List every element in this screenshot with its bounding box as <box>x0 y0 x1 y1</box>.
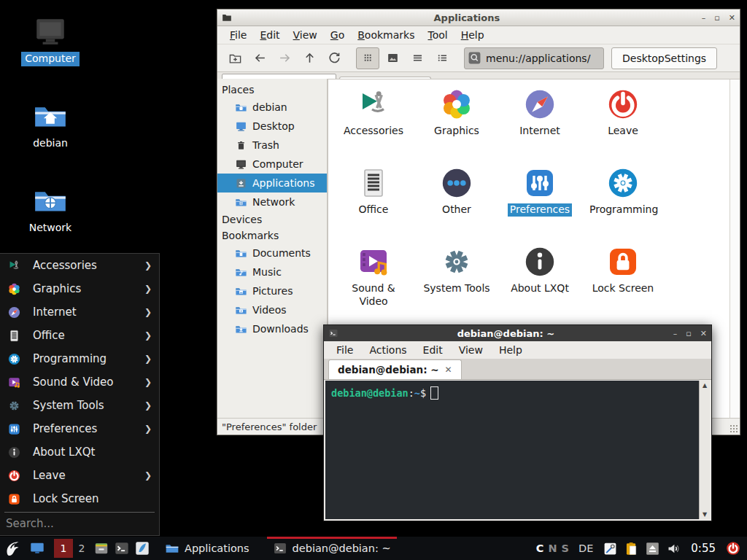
fm-menu-edit[interactable]: Edit <box>255 28 285 42</box>
start-menu-item-sound-video[interactable]: Sound & Video❯ <box>0 370 159 394</box>
icon-view-button[interactable] <box>356 47 379 69</box>
tray-clipboard-icon[interactable] <box>624 541 639 556</box>
start-menu-item-leave[interactable]: Leave❯ <box>0 464 159 487</box>
terminal-screen[interactable]: debian@debian:~$ ▲▼ <box>325 381 710 519</box>
fm-menu-bookmarks[interactable]: Bookmarks <box>352 28 419 42</box>
start-menu-item-about-lxqt[interactable]: About LXQt <box>0 440 159 464</box>
detailed-view-button[interactable] <box>430 47 454 69</box>
start-menu-item-label: Leave <box>33 469 66 482</box>
app-icon-sound-video[interactable]: Sound & Video <box>332 244 415 323</box>
desktop-settings-button[interactable]: DesktopSettings <box>611 47 717 69</box>
internet-icon <box>522 87 557 122</box>
start-menu-item-graphics[interactable]: Graphics❯ <box>0 277 159 300</box>
app-icon-system-tools[interactable]: System Tools <box>415 244 498 323</box>
terminal-scrollbar[interactable]: ▲▼ <box>699 381 710 519</box>
system-tray: CNS DE 0:55 <box>536 540 747 556</box>
terminal-menu-view[interactable]: View <box>454 343 488 357</box>
sidebar-item-videos[interactable]: Videos <box>217 300 327 319</box>
desktop-icon-debian[interactable]: debian <box>19 98 82 151</box>
sound-video-icon <box>356 244 391 279</box>
app-icon-about-lxqt[interactable]: About LXQt <box>498 244 581 323</box>
back-button[interactable] <box>248 47 271 69</box>
close-button[interactable]: ✕ <box>729 13 735 23</box>
tray-speaker-icon[interactable] <box>666 541 681 556</box>
start-menu-item-lock-screen[interactable]: Lock Screen <box>0 487 159 510</box>
start-menu-item-preferences[interactable]: Preferences❯ <box>0 417 159 440</box>
path-bar[interactable]: menu://applications/ <box>464 47 604 69</box>
task-button-debian-debian[interactable]: debian@debian: ~ <box>267 537 397 560</box>
workspace-1[interactable]: 1 <box>54 539 73 558</box>
start-menu-item-internet[interactable]: Internet❯ <box>0 300 159 324</box>
scroll-down-icon[interactable]: ▼ <box>703 511 707 518</box>
start-menu-item-programming[interactable]: Programming❯ <box>0 347 159 370</box>
app-icon-label: Office <box>357 203 391 217</box>
sidebar-item-trash[interactable]: Trash <box>217 136 327 155</box>
fm-vertical-scrollbar[interactable] <box>729 79 740 418</box>
start-menu-item-office[interactable]: Office❯ <box>0 324 159 347</box>
fm-titlebar[interactable]: Applications – ▫ ✕ <box>217 9 740 26</box>
terminal-menu-file[interactable]: File <box>331 343 358 357</box>
reload-button[interactable] <box>322 47 346 69</box>
desktop-icon-computer[interactable]: Computer <box>19 13 82 66</box>
start-menu-item-system-tools[interactable]: System Tools❯ <box>0 394 159 417</box>
other-icon <box>439 166 474 201</box>
clock[interactable]: 0:55 <box>691 542 716 555</box>
scroll-up-icon[interactable]: ▲ <box>703 382 707 389</box>
sidebar-item-downloads[interactable]: Downloads <box>217 319 327 338</box>
app-icon-preferences[interactable]: Preferences <box>498 166 581 244</box>
sidebar-item-music[interactable]: Music <box>217 262 327 281</box>
tab-close-icon[interactable]: ✕ <box>445 365 452 375</box>
quick-launch-terminal[interactable] <box>114 540 130 556</box>
fm-menu-tool[interactable]: Tool <box>422 28 452 42</box>
fm-menu-help[interactable]: Help <box>456 28 489 42</box>
terminal-menu-actions[interactable]: Actions <box>364 343 411 357</box>
app-icon-other[interactable]: Other <box>415 166 498 244</box>
fm-menu-file[interactable]: File <box>225 28 252 42</box>
resize-grip[interactable] <box>729 424 738 433</box>
app-icon-graphics[interactable]: Graphics <box>415 87 498 166</box>
new-tab-button[interactable] <box>223 47 247 69</box>
minimize-button[interactable]: – <box>673 329 678 338</box>
terminal-menu-help[interactable]: Help <box>494 343 527 357</box>
terminal-menu-edit[interactable]: Edit <box>418 343 448 357</box>
maximize-button[interactable]: ▫ <box>686 329 691 338</box>
app-icon-internet[interactable]: Internet <box>498 87 581 166</box>
app-icon-leave[interactable]: Leave <box>581 87 665 166</box>
terminal-titlebar[interactable]: debian@debian: ~ – ▫ ✕ <box>324 325 711 341</box>
tray-eject-icon[interactable] <box>645 541 660 556</box>
forward-button[interactable] <box>273 47 296 69</box>
menu-search-input[interactable]: Search... <box>0 513 159 534</box>
tray-screenshot-icon[interactable] <box>603 541 618 556</box>
keyboard-layout[interactable]: DE <box>578 542 593 554</box>
main-menu-button[interactable] <box>0 537 26 560</box>
close-button[interactable]: ✕ <box>700 329 707 338</box>
task-button-applications[interactable]: Applications <box>159 537 255 560</box>
quick-launch-file-manager[interactable] <box>93 540 109 556</box>
desktop-icon-network[interactable]: Network <box>19 182 82 236</box>
compact-view-button[interactable] <box>406 47 429 69</box>
sidebar-item-applications[interactable]: Applications <box>217 174 327 192</box>
sidebar-item-pictures[interactable]: Pictures <box>217 281 327 300</box>
workspace-2[interactable]: 2 <box>74 542 89 554</box>
fm-menu-view[interactable]: View <box>288 28 322 42</box>
start-menu-item-accessories[interactable]: Accessories❯ <box>0 254 159 277</box>
sidebar-item-desktop[interactable]: Desktop <box>217 117 327 136</box>
thumbnail-view-button[interactable] <box>381 47 404 69</box>
task-label: debian@debian: ~ <box>293 542 391 554</box>
app-icon-programming[interactable]: Programming <box>581 166 665 244</box>
quick-launch-featherpad[interactable] <box>134 540 150 556</box>
app-icon-lock-screen[interactable]: Lock Screen <box>581 244 665 323</box>
show-desktop-button[interactable] <box>26 537 48 560</box>
sidebar-item-network[interactable]: Network <box>217 192 327 211</box>
sidebar-item-computer[interactable]: Computer <box>217 155 327 174</box>
app-icon-accessories[interactable]: Accessories <box>332 87 415 166</box>
maximize-button[interactable]: ▫ <box>714 13 719 23</box>
up-button[interactable] <box>298 47 321 69</box>
minimize-button[interactable]: – <box>702 13 706 23</box>
app-icon-office[interactable]: Office <box>332 166 415 244</box>
fm-menu-go[interactable]: Go <box>325 28 349 42</box>
sidebar-item-debian[interactable]: debian <box>217 98 327 117</box>
sidebar-item-documents[interactable]: Documents <box>217 244 327 262</box>
power-button[interactable] <box>725 540 741 556</box>
terminal-tab[interactable]: debian@debian: ~ ✕ <box>328 359 462 379</box>
